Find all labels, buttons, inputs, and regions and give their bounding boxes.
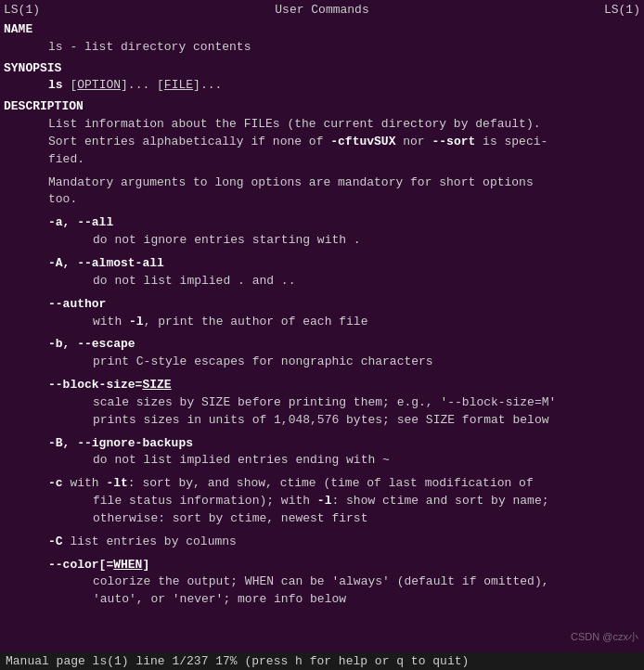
content-area: LS(1) User Commands LS(1) NAME ls - list… — [0, 0, 644, 652]
section-description: DESCRIPTION List information about the F… — [4, 98, 640, 209]
option-C-line1: -C list entries by columns — [4, 534, 640, 551]
option-a-all-desc: do not ignore entries starting with . — [4, 232, 640, 250]
option-A-almost-all: -A, --almost-all do not list implied . a… — [4, 255, 640, 290]
option-block-size-flag: --block-size=SIZE — [4, 377, 640, 394]
option-a-all-flag: -a, --all — [4, 214, 640, 232]
man-page-header: LS(1) User Commands LS(1) — [4, 2, 640, 19]
option-c: -c with -lt: sort by, and show, ctime (t… — [4, 475, 640, 528]
description-line3: fied. — [4, 151, 640, 169]
option-author: --author with -l, print the author of ea… — [4, 296, 640, 331]
option-b-desc: print C-style escapes for nongraphic cha… — [4, 354, 640, 371]
option-b-escape: -b, --escape print C-style escapes for n… — [4, 336, 640, 371]
option-block-size: --block-size=SIZE scale sizes by SIZE be… — [4, 377, 640, 430]
option-block-size-desc2: prints sizes in units of 1,048,576 bytes… — [4, 412, 640, 430]
option-b-flag: -b, --escape — [4, 336, 640, 354]
option-color-desc2: 'auto', or 'never'; more info below — [4, 591, 640, 609]
description-line2: Sort entries alphabetically if none of -… — [4, 134, 640, 151]
header-right: LS(1) — [604, 2, 640, 19]
status-bar: Manual page ls(1) line 1/237 17% (press … — [0, 652, 644, 670]
watermark-text: CSDN @czx小 — [571, 631, 638, 642]
option-A-desc: do not list implied . and .. — [4, 273, 640, 290]
option-color-desc1: colorize the output; WHEN can be 'always… — [4, 573, 640, 591]
option-A-flag: -A, --almost-all — [4, 255, 640, 273]
header-center: User Commands — [275, 2, 368, 19]
synopsis-option: [OPTION]... [FILE]... — [70, 78, 222, 92]
option-B-flag: -B, --ignore-backups — [4, 435, 640, 453]
synopsis-ls-bold: ls — [48, 78, 63, 92]
terminal: LS(1) User Commands LS(1) NAME ls - list… — [0, 0, 644, 670]
option-color-flag: --color[=WHEN] — [4, 557, 640, 574]
name-content: ls - list directory contents — [4, 39, 640, 57]
synopsis-label: SYNOPSIS — [4, 60, 640, 78]
description-line5: too. — [4, 191, 640, 209]
option-c-line1: -c with -lt: sort by, and show, ctime (t… — [4, 475, 640, 493]
status-bar-text: Manual page ls(1) line 1/237 17% (press … — [6, 654, 469, 668]
name-label: NAME — [4, 21, 640, 39]
header-left: LS(1) — [4, 2, 40, 19]
description-label: DESCRIPTION — [4, 98, 640, 116]
option-author-flag: --author — [4, 296, 640, 314]
section-name: NAME ls - list directory contents — [4, 21, 640, 57]
option-B-desc: do not list implied entries ending with … — [4, 452, 640, 470]
option-block-size-desc1: scale sizes by SIZE before printing them… — [4, 394, 640, 412]
option-a-all: -a, --all do not ignore entries starting… — [4, 214, 640, 250]
option-color: --color[=WHEN] colorize the output; WHEN… — [4, 557, 640, 610]
option-c-line3: otherwise: sort by ctime, newest first — [4, 510, 640, 528]
description-line1: List information about the FILEs (the cu… — [4, 116, 640, 134]
synopsis-content: ls [OPTION]... [FILE]... — [4, 77, 640, 95]
option-author-desc: with -l, print the author of each file — [4, 314, 640, 331]
option-c-line2: file status information); with -l: show … — [4, 493, 640, 510]
description-line4: Mandatory arguments to long options are … — [4, 174, 640, 192]
option-C: -C list entries by columns — [4, 534, 640, 551]
option-B-ignore-backups: -B, --ignore-backups do not list implied… — [4, 435, 640, 470]
watermark: CSDN @czx小 — [571, 630, 638, 644]
section-synopsis: SYNOPSIS ls [OPTION]... [FILE]... — [4, 60, 640, 96]
